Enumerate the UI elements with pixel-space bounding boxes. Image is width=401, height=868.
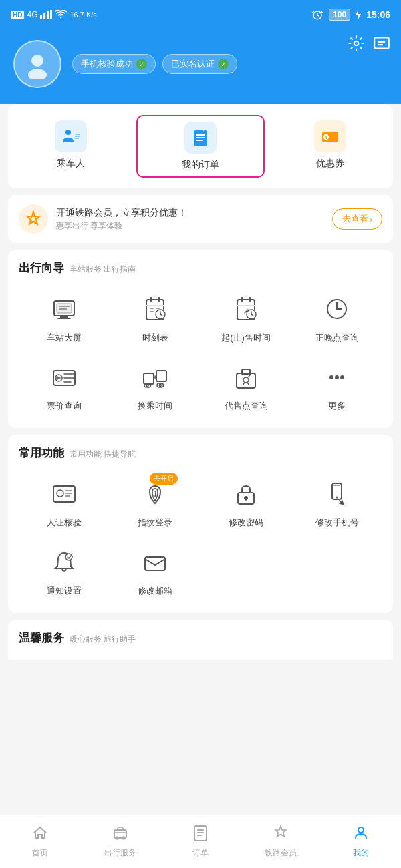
svg-text:¥: ¥ [325, 135, 328, 140]
lightning-icon [356, 10, 361, 19]
svg-rect-38 [249, 297, 251, 302]
common-item-3[interactable]: 修改手机号 [291, 471, 382, 534]
svg-point-7 [31, 55, 43, 67]
coupons-icon-box: ¥ [314, 120, 346, 152]
guide-item-6[interactable]: 代售点查询 [200, 355, 291, 417]
nav-item-home[interactable]: 首页 [0, 819, 80, 864]
common-label-0: 人证核验 [47, 517, 82, 529]
signal-icon [40, 10, 52, 19]
travel-service-icon [112, 825, 128, 845]
svg-rect-63 [245, 498, 247, 501]
transfer-time-icon [138, 360, 172, 395]
svg-rect-66 [333, 485, 340, 486]
network-signal: 4G [27, 10, 37, 19]
guide-item-4[interactable]: 票价查询 [19, 355, 110, 417]
nav-item-orders[interactable]: 订单 [160, 819, 241, 864]
more-icon [319, 360, 354, 395]
status-left: HD 4G 16.7 K/s [11, 10, 97, 19]
nav-item-travel[interactable]: 出行服务 [80, 819, 160, 864]
svg-rect-68 [145, 557, 165, 570]
svg-rect-30 [146, 305, 164, 306]
common-item-4[interactable]: 通知设置 [19, 539, 110, 602]
time-display: 15:06 [366, 9, 390, 20]
svg-rect-58 [65, 490, 72, 491]
nav-item-mine[interactable]: 我的 [321, 819, 401, 864]
svg-point-57 [57, 490, 63, 497]
change-phone-icon [319, 477, 354, 511]
svg-rect-59 [65, 493, 72, 494]
guide-item-1[interactable]: 时刻表 [110, 286, 200, 349]
svg-point-5 [354, 41, 359, 46]
guide-title: 出行向导 [19, 260, 64, 276]
svg-rect-29 [158, 297, 160, 302]
battery-display: 100 [329, 9, 350, 21]
common-section: 常用功能 常用功能 快捷导航 人证核验 去开启 指纹登录 修改密码 [8, 435, 393, 613]
guide-section: 出行向导 车站服务 出行指南 车站大屏 时刻表 起(止)售时间 正晚点 [8, 250, 393, 428]
badge-text-phone: 手机核验成功 [81, 58, 133, 70]
id-verify-icon [47, 477, 82, 511]
common-label-5: 修改邮箱 [138, 585, 172, 597]
common-label-1: 指纹登录 [138, 517, 172, 529]
common-item-2[interactable]: 修改密码 [200, 471, 291, 534]
guide-item-0[interactable]: 车站大屏 [19, 286, 110, 349]
message-icon[interactable] [373, 35, 390, 56]
change-email-icon [138, 545, 172, 580]
svg-point-77 [358, 827, 364, 833]
svg-point-52 [243, 377, 249, 383]
quick-action-passengers[interactable]: 乘车人 [8, 115, 134, 178]
guide-item-more[interactable]: 更多 [291, 355, 382, 417]
home-icon [32, 825, 48, 845]
common-header: 常用功能 常用功能 快捷导航 [19, 445, 382, 461]
svg-rect-14 [196, 134, 205, 136]
guide-item-5[interactable]: 换乘时间 [110, 355, 200, 417]
guide-item-3[interactable]: 正晚点查询 [291, 286, 382, 349]
nav-label-mine: 我的 [353, 847, 369, 859]
svg-rect-72 [118, 827, 123, 831]
svg-rect-0 [40, 15, 42, 19]
svg-rect-74 [197, 829, 204, 831]
svg-point-54 [335, 375, 339, 379]
header-right-icons [348, 35, 390, 56]
timetable-icon [138, 292, 172, 327]
orders-nav-icon [192, 825, 209, 845]
guide-label-1: 时刻表 [142, 332, 168, 344]
guide-sub: 车站服务 出行指南 [70, 264, 136, 275]
nav-item-member[interactable]: 铁路会员 [241, 819, 321, 864]
fingerprint-icon: 去开启 [138, 477, 172, 511]
svg-point-55 [340, 375, 344, 379]
promo-banner: 开通铁路会员，立享积分优惠！ 惠享出行 尊享体验 去查看 › [8, 195, 393, 243]
station-screen-icon [47, 292, 82, 327]
notification-icon [47, 545, 82, 580]
hd-badge: HD [11, 11, 24, 19]
check-icon-phone: ✓ [136, 59, 147, 69]
promo-icon [19, 204, 48, 234]
common-item-5[interactable]: 修改邮箱 [110, 539, 200, 602]
common-grid: 人证核验 去开启 指纹登录 修改密码 修改手机号 通知设置 [19, 471, 382, 602]
user-badges: 手机核验成功 ✓ 已实名认证 ✓ [72, 54, 237, 74]
promo-button[interactable]: 去查看 › [332, 208, 382, 230]
agency-query-icon [229, 360, 263, 395]
svg-point-65 [336, 497, 338, 499]
common-label-4: 通知设置 [47, 585, 82, 597]
common-item-1[interactable]: 去开启 指纹登录 [110, 471, 200, 534]
check-icon-identity: ✓ [218, 59, 229, 69]
phone-verified-badge: 手机核验成功 ✓ [72, 54, 156, 74]
common-item-0[interactable]: 人证核验 [19, 471, 110, 534]
svg-rect-16 [196, 140, 203, 141]
header: 手机核验成功 ✓ 已实名认证 ✓ [0, 29, 401, 104]
coupons-label: 优惠券 [316, 158, 344, 170]
identity-verified-badge: 已实名认证 ✓ [162, 54, 237, 74]
guide-grid: 车站大屏 时刻表 起(止)售时间 正晚点查询 票价查询 [19, 286, 382, 417]
guide-item-2[interactable]: 起(止)售时间 [200, 286, 291, 349]
quick-action-coupons[interactable]: ¥ 优惠券 [267, 115, 393, 178]
guide-label-more: 更多 [328, 400, 346, 412]
svg-rect-37 [241, 297, 243, 302]
avatar [13, 40, 61, 88]
svg-rect-2 [47, 11, 49, 19]
svg-rect-25 [59, 306, 70, 307]
svg-point-8 [28, 69, 47, 79]
bottom-nav: 首页 出行服务 订单 铁路会员 我的 [0, 815, 401, 868]
settings-icon[interactable] [348, 35, 365, 56]
quick-action-orders[interactable]: 我的订单 [136, 115, 265, 178]
svg-rect-50 [237, 373, 255, 388]
